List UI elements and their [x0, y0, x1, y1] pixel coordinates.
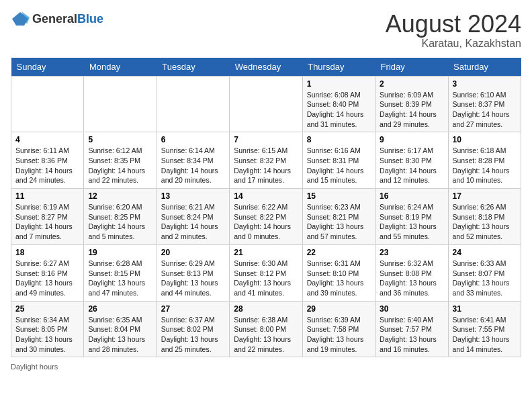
- day-info: Sunrise: 6:23 AMSunset: 8:21 PMDaylight:…: [307, 202, 371, 242]
- logo-blue: Blue: [77, 12, 103, 26]
- day-info: Sunrise: 6:40 AMSunset: 7:57 PMDaylight:…: [380, 315, 443, 355]
- calendar-cell: 9Sunrise: 6:17 AMSunset: 8:30 PMDaylight…: [375, 132, 448, 189]
- day-info: Sunrise: 6:41 AMSunset: 7:55 PMDaylight:…: [453, 315, 517, 355]
- day-of-week-header: Friday: [375, 58, 448, 77]
- day-info: Sunrise: 6:34 AMSunset: 8:05 PMDaylight:…: [15, 315, 79, 355]
- day-of-week-header: Thursday: [302, 58, 375, 77]
- day-number: 7: [234, 135, 298, 144]
- day-number: 15: [307, 191, 371, 201]
- calendar-cell: 22Sunrise: 6:31 AMSunset: 8:10 PMDayligh…: [302, 244, 375, 301]
- day-number: 8: [307, 135, 371, 144]
- day-number: 9: [380, 135, 443, 144]
- calendar-cell: [230, 76, 302, 132]
- calendar-cell: 6Sunrise: 6:14 AMSunset: 8:34 PMDaylight…: [157, 132, 229, 189]
- day-info: Sunrise: 6:14 AMSunset: 8:34 PMDaylight:…: [161, 146, 225, 185]
- calendar-cell: 3Sunrise: 6:10 AMSunset: 8:37 PMDaylight…: [448, 76, 521, 132]
- day-info: Sunrise: 6:22 AMSunset: 8:22 PMDaylight:…: [234, 202, 298, 242]
- day-info: Sunrise: 6:08 AMSunset: 8:40 PMDaylight:…: [307, 90, 371, 130]
- calendar-week-row: 11Sunrise: 6:19 AMSunset: 8:27 PMDayligh…: [11, 189, 521, 245]
- day-info: Sunrise: 6:20 AMSunset: 8:25 PMDaylight:…: [88, 202, 152, 242]
- calendar-cell: 1Sunrise: 6:08 AMSunset: 8:40 PMDaylight…: [302, 76, 375, 132]
- calendar-week-row: 25Sunrise: 6:34 AMSunset: 8:05 PMDayligh…: [11, 301, 521, 357]
- day-number: 28: [234, 304, 298, 314]
- day-info: Sunrise: 6:31 AMSunset: 8:10 PMDaylight:…: [307, 259, 371, 298]
- day-info: Sunrise: 6:11 AMSunset: 8:36 PMDaylight:…: [15, 146, 79, 185]
- calendar-cell: 25Sunrise: 6:34 AMSunset: 8:05 PMDayligh…: [11, 301, 84, 357]
- calendar-cell: 17Sunrise: 6:26 AMSunset: 8:18 PMDayligh…: [448, 189, 521, 245]
- calendar-cell: 11Sunrise: 6:19 AMSunset: 8:27 PMDayligh…: [11, 189, 84, 245]
- daylight-label: Daylight hours: [11, 363, 58, 371]
- day-number: 23: [380, 248, 443, 257]
- calendar-cell: 7Sunrise: 6:15 AMSunset: 8:32 PMDaylight…: [230, 132, 302, 189]
- day-number: 1: [307, 79, 371, 89]
- logo-text: GeneralBlue: [32, 12, 103, 26]
- day-number: 25: [15, 304, 79, 314]
- day-number: 24: [453, 248, 517, 257]
- day-info: Sunrise: 6:39 AMSunset: 7:58 PMDaylight:…: [307, 315, 371, 355]
- day-number: 16: [380, 191, 443, 201]
- day-number: 26: [88, 304, 152, 314]
- day-number: 27: [161, 304, 225, 314]
- day-number: 20: [161, 248, 225, 257]
- day-number: 10: [453, 135, 517, 144]
- day-of-week-header: Wednesday: [230, 58, 302, 77]
- logo-general: General: [32, 12, 77, 26]
- calendar-cell: 28Sunrise: 6:38 AMSunset: 8:00 PMDayligh…: [230, 301, 302, 357]
- title-area: August 2024 Karatau, Kazakhstan: [386, 11, 521, 50]
- day-number: 6: [161, 135, 225, 144]
- day-number: 5: [88, 135, 152, 144]
- day-info: Sunrise: 6:21 AMSunset: 8:24 PMDaylight:…: [161, 202, 225, 242]
- day-number: 12: [88, 191, 152, 201]
- calendar-cell: 2Sunrise: 6:09 AMSunset: 8:39 PMDaylight…: [375, 76, 448, 132]
- day-info: Sunrise: 6:38 AMSunset: 8:00 PMDaylight:…: [234, 315, 298, 355]
- day-info: Sunrise: 6:24 AMSunset: 8:19 PMDaylight:…: [380, 202, 443, 242]
- calendar-cell: 21Sunrise: 6:30 AMSunset: 8:12 PMDayligh…: [230, 244, 302, 301]
- logo-icon: [11, 11, 30, 27]
- calendar-cell: 15Sunrise: 6:23 AMSunset: 8:21 PMDayligh…: [302, 189, 375, 245]
- day-info: Sunrise: 6:35 AMSunset: 8:04 PMDaylight:…: [88, 315, 152, 355]
- footer: Daylight hours: [11, 363, 521, 371]
- calendar-cell: 16Sunrise: 6:24 AMSunset: 8:19 PMDayligh…: [375, 189, 448, 245]
- calendar-week-row: 1Sunrise: 6:08 AMSunset: 8:40 PMDaylight…: [11, 76, 521, 132]
- calendar-cell: 5Sunrise: 6:12 AMSunset: 8:35 PMDaylight…: [84, 132, 157, 189]
- calendar-cell: 14Sunrise: 6:22 AMSunset: 8:22 PMDayligh…: [230, 189, 302, 245]
- day-info: Sunrise: 6:15 AMSunset: 8:32 PMDaylight:…: [234, 146, 298, 185]
- day-info: Sunrise: 6:16 AMSunset: 8:31 PMDaylight:…: [307, 146, 371, 185]
- day-of-week-header: Sunday: [11, 58, 84, 77]
- calendar-cell: 12Sunrise: 6:20 AMSunset: 8:25 PMDayligh…: [84, 189, 157, 245]
- location: Karatau, Kazakhstan: [386, 38, 521, 50]
- calendar-cell: 13Sunrise: 6:21 AMSunset: 8:24 PMDayligh…: [157, 189, 229, 245]
- day-info: Sunrise: 6:27 AMSunset: 8:16 PMDaylight:…: [15, 259, 79, 298]
- day-number: 11: [15, 191, 79, 201]
- calendar-cell: 30Sunrise: 6:40 AMSunset: 7:57 PMDayligh…: [375, 301, 448, 357]
- day-info: Sunrise: 6:12 AMSunset: 8:35 PMDaylight:…: [88, 146, 152, 185]
- day-info: Sunrise: 6:17 AMSunset: 8:30 PMDaylight:…: [380, 146, 443, 185]
- day-info: Sunrise: 6:32 AMSunset: 8:08 PMDaylight:…: [380, 259, 443, 298]
- day-number: 14: [234, 191, 298, 201]
- day-number: 29: [307, 304, 371, 314]
- header-row: SundayMondayTuesdayWednesdayThursdayFrid…: [11, 58, 521, 77]
- calendar-cell: 24Sunrise: 6:33 AMSunset: 8:07 PMDayligh…: [448, 244, 521, 301]
- header: GeneralBlue August 2024 Karatau, Kazakhs…: [11, 11, 521, 50]
- day-info: Sunrise: 6:28 AMSunset: 8:15 PMDaylight:…: [88, 259, 152, 298]
- day-number: 2: [380, 79, 443, 89]
- day-number: 21: [234, 248, 298, 257]
- calendar-cell: 26Sunrise: 6:35 AMSunset: 8:04 PMDayligh…: [84, 301, 157, 357]
- calendar-cell: 31Sunrise: 6:41 AMSunset: 7:55 PMDayligh…: [448, 301, 521, 357]
- calendar-cell: [11, 76, 84, 132]
- day-number: 31: [453, 304, 517, 314]
- calendar-cell: 8Sunrise: 6:16 AMSunset: 8:31 PMDaylight…: [302, 132, 375, 189]
- month-year: August 2024: [386, 11, 521, 38]
- day-info: Sunrise: 6:10 AMSunset: 8:37 PMDaylight:…: [453, 90, 517, 130]
- day-info: Sunrise: 6:26 AMSunset: 8:18 PMDaylight:…: [453, 202, 517, 242]
- day-info: Sunrise: 6:37 AMSunset: 8:02 PMDaylight:…: [161, 315, 225, 355]
- day-info: Sunrise: 6:18 AMSunset: 8:28 PMDaylight:…: [453, 146, 517, 185]
- day-number: 13: [161, 191, 225, 201]
- day-number: 19: [88, 248, 152, 257]
- day-of-week-header: Monday: [84, 58, 157, 77]
- calendar-week-row: 4Sunrise: 6:11 AMSunset: 8:36 PMDaylight…: [11, 132, 521, 189]
- day-of-week-header: Tuesday: [157, 58, 229, 77]
- day-number: 18: [15, 248, 79, 257]
- day-of-week-header: Saturday: [448, 58, 521, 77]
- logo: GeneralBlue: [11, 11, 103, 27]
